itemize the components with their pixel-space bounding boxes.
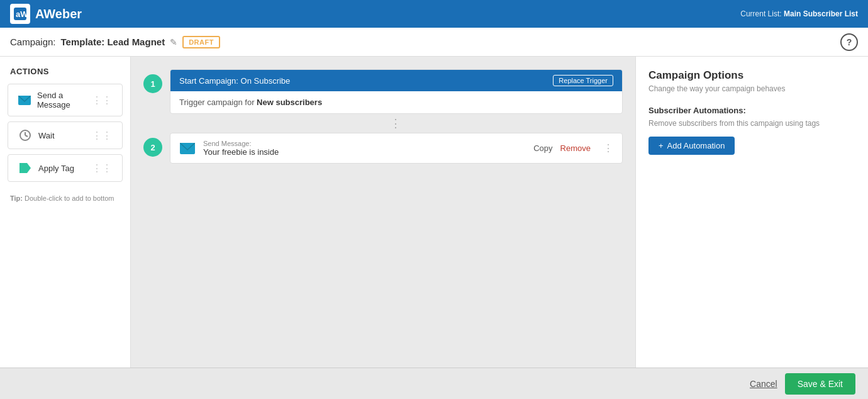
- message-drag-handle: ⋮: [603, 142, 613, 154]
- bottom-bar: Cancel Save & Exit: [0, 368, 868, 399]
- sidebar-item-left: Send a Message: [18, 91, 92, 110]
- trigger-card-body: Trigger campaign for New subscribers: [170, 91, 622, 113]
- apply-tag-label: Apply Tag: [38, 164, 74, 173]
- main-layout: Actions Send a Message ⋮⋮: [0, 57, 868, 368]
- campaign-prefix-label: Campaign:: [10, 37, 56, 47]
- step-1-number: 1: [143, 74, 162, 93]
- step-2-number: 2: [143, 138, 162, 157]
- message-info: Send Message: Your freebie is inside: [203, 140, 279, 157]
- trigger-body-prefix: Trigger campaign for: [179, 98, 257, 107]
- trigger-body-bold: New subscribers: [257, 98, 322, 107]
- draft-badge: DRAFT: [182, 36, 220, 48]
- copy-message-link[interactable]: Copy: [533, 143, 552, 153]
- step-1-row: 1 Start Campaign: On Subscribe Replace T…: [143, 69, 623, 114]
- current-list-name: Main Subscriber List: [784, 9, 858, 18]
- message-card: Send Message: Your freebie is inside Cop…: [170, 133, 623, 164]
- message-card-left: Send Message: Your freebie is inside: [179, 140, 279, 157]
- message-card-body: Send Message: Your freebie is inside Cop…: [170, 133, 622, 163]
- clock-icon: [18, 128, 32, 142]
- message-card-actions: Copy Remove ⋮: [533, 142, 613, 154]
- panel-section-desc: Remove subscribers from this campaign us…: [648, 119, 855, 128]
- sidebar-item-wait[interactable]: Wait ⋮⋮: [8, 121, 123, 149]
- message-title: Your freebie is inside: [203, 147, 279, 157]
- panel-title: Campaign Options: [648, 69, 855, 82]
- panel-section-title: Subscriber Automations:: [648, 106, 855, 115]
- svg-line-5: [25, 135, 28, 137]
- help-icon[interactable]: ?: [840, 33, 858, 51]
- envelope-icon: [18, 93, 31, 107]
- add-automation-label: Add Automation: [667, 141, 725, 150]
- cancel-button[interactable]: Cancel: [750, 379, 777, 389]
- campaign-title-area: Campaign: Template: Lead Magnet ✎ DRAFT: [10, 36, 220, 48]
- step-connector: ⋮: [170, 114, 623, 133]
- logo-icon: aW: [10, 4, 30, 24]
- message-type-label: Send Message:: [203, 140, 279, 147]
- trigger-card: Start Campaign: On Subscribe Replace Tri…: [170, 69, 623, 114]
- trigger-header-text: Start Campaign: On Subscribe: [179, 76, 290, 86]
- drag-handle-wait: ⋮⋮: [92, 130, 112, 142]
- brand-name: AWeber: [35, 7, 82, 21]
- brand-logo: aW AWeber: [10, 4, 82, 24]
- save-exit-button[interactable]: Save & Exit: [785, 373, 855, 395]
- drag-handle-send-message: ⋮⋮: [92, 94, 112, 106]
- tip-prefix: Tip:: [10, 194, 23, 202]
- sidebar-item-apply-tag[interactable]: Apply Tag ⋮⋮: [8, 154, 123, 182]
- send-message-label: Send a Message: [37, 91, 92, 110]
- svg-text:aW: aW: [16, 9, 27, 19]
- current-list-info: Current List: Main Subscriber List: [740, 9, 858, 18]
- add-automation-button[interactable]: + Add Automation: [648, 137, 735, 155]
- add-automation-icon: +: [659, 141, 664, 150]
- edit-campaign-icon[interactable]: ✎: [170, 37, 177, 47]
- sidebar-item-left-wait: Wait: [18, 128, 55, 142]
- sidebar-item-send-message[interactable]: Send a Message ⋮⋮: [8, 84, 123, 116]
- connector-dots: ⋮: [390, 118, 403, 129]
- remove-message-link[interactable]: Remove: [560, 143, 591, 153]
- sidebar-title: Actions: [0, 67, 130, 84]
- step-2-row: 2 Send Message: Your freebie is inside: [143, 133, 623, 164]
- campaign-bar: Campaign: Template: Lead Magnet ✎ DRAFT …: [0, 28, 868, 57]
- sidebar: Actions Send a Message ⋮⋮: [0, 57, 131, 368]
- panel-subtitle: Change the way your campaign behaves: [648, 84, 855, 93]
- replace-trigger-button[interactable]: Replace Trigger: [553, 75, 613, 86]
- sidebar-tip: Tip: Double-click to add to bottom: [0, 187, 130, 210]
- tip-text: Double-click to add to bottom: [25, 194, 114, 202]
- wait-label: Wait: [38, 131, 55, 140]
- current-list-label: Current List:: [740, 9, 781, 18]
- top-navigation: aW AWeber Current List: Main Subscriber …: [0, 0, 868, 28]
- sidebar-item-left-apply-tag: Apply Tag: [18, 161, 74, 175]
- campaign-name-label: Template: Lead Magnet: [61, 37, 165, 47]
- drag-handle-apply-tag: ⋮⋮: [92, 162, 112, 174]
- message-envelope-icon: [179, 140, 196, 157]
- canvas: 1 Start Campaign: On Subscribe Replace T…: [131, 57, 635, 368]
- right-panel: Campaign Options Change the way your cam…: [635, 57, 868, 368]
- trigger-card-header: Start Campaign: On Subscribe Replace Tri…: [170, 70, 622, 91]
- tag-icon: [18, 161, 32, 175]
